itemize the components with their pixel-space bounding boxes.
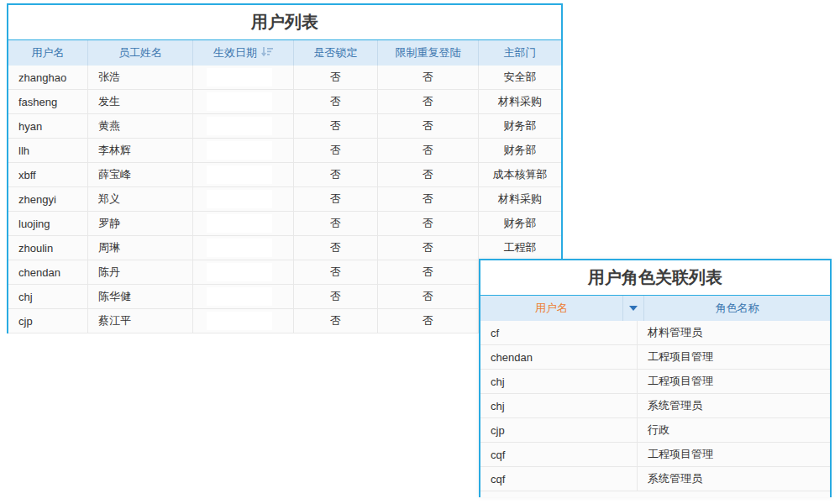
cell-department: 财务部 xyxy=(479,212,561,235)
table-row[interactable]: chendan 工程项目管理 xyxy=(480,345,830,370)
role-name-value: 材料管理员 xyxy=(648,325,702,340)
cell-username: cjp xyxy=(8,309,88,333)
employee-name-value: 陈华健 xyxy=(98,289,131,304)
locked-value: 否 xyxy=(330,192,341,207)
effective-date-input[interactable] xyxy=(207,214,272,233)
cell-locked: 否 xyxy=(294,187,378,211)
cell-employee-name: 郑义 xyxy=(88,187,193,211)
effective-date-input[interactable] xyxy=(207,165,272,184)
restrict-login-value: 否 xyxy=(423,216,433,231)
column-header-department[interactable]: 主部门 xyxy=(479,40,561,66)
table-row[interactable]: cqf 工程项目管理 xyxy=(480,443,830,467)
cell-effective-date xyxy=(193,236,294,260)
effective-date-input[interactable] xyxy=(207,263,272,281)
cell-username: xbff xyxy=(8,163,88,186)
role-name-value: 系统管理员 xyxy=(648,471,702,486)
table-row[interactable]: llh 李林辉 否 否 财务部 xyxy=(8,139,561,163)
column-header-username[interactable]: 用户名 xyxy=(8,40,88,66)
column-header-role-name[interactable]: 角色名称 xyxy=(644,296,830,321)
table-row[interactable]: chj 工程项目管理 xyxy=(480,370,830,394)
cell-effective-date xyxy=(193,139,294,162)
cell-restrict-login: 否 xyxy=(378,90,479,113)
employee-name-value: 张浩 xyxy=(98,70,120,85)
user-role-table: 用户角色关联列表 用户名 角色名称 cf 材料管理员 chendan xyxy=(479,259,832,497)
locked-value: 否 xyxy=(330,240,341,255)
column-header-employee-name[interactable]: 员工姓名 xyxy=(88,40,193,66)
username-value: zhengyi xyxy=(18,193,56,206)
cell-employee-name: 罗静 xyxy=(88,212,193,235)
table-row[interactable]: xbff 薛宝峰 否 否 成本核算部 xyxy=(8,163,561,187)
table-row[interactable]: cjp 行政 xyxy=(480,418,830,443)
cell-department: 工程部 xyxy=(479,236,561,260)
column-header-restrict-login[interactable]: 限制重复登陆 xyxy=(378,40,479,66)
restrict-login-value: 否 xyxy=(423,265,433,280)
cell-restrict-login: 否 xyxy=(378,285,479,308)
effective-date-input[interactable] xyxy=(207,287,272,306)
user-role-header-row: 用户名 角色名称 xyxy=(480,296,830,321)
table-row[interactable]: fasheng 发生 否 否 材料采购 xyxy=(8,90,561,114)
cell-employee-name: 薛宝峰 xyxy=(88,163,193,186)
cell-effective-date xyxy=(193,212,294,235)
cell-restrict-login: 否 xyxy=(378,139,479,162)
cell-username: fasheng xyxy=(8,90,88,113)
column-header-role-name-label: 角色名称 xyxy=(716,301,759,316)
employee-name-value: 李林辉 xyxy=(98,143,131,158)
effective-date-input[interactable] xyxy=(207,190,272,208)
cell-restrict-login: 否 xyxy=(378,212,479,235)
employee-name-value: 发生 xyxy=(98,94,120,109)
column-header-locked-label: 是否锁定 xyxy=(314,45,358,60)
restrict-login-value: 否 xyxy=(423,167,433,182)
column-header-effective-date-label: 生效日期 xyxy=(213,45,257,60)
department-value: 成本核算部 xyxy=(493,167,548,182)
cell-role-username: cf xyxy=(480,321,638,344)
column-header-locked[interactable]: 是否锁定 xyxy=(294,40,378,66)
cell-employee-name: 李林辉 xyxy=(88,139,193,162)
effective-date-input[interactable] xyxy=(207,117,272,135)
effective-date-input[interactable] xyxy=(207,68,272,87)
cell-username: luojing xyxy=(8,212,88,235)
cell-employee-name: 周琳 xyxy=(88,236,193,260)
username-value: chj xyxy=(18,291,33,303)
table-row[interactable]: hyan 黄燕 否 否 财务部 xyxy=(8,114,561,139)
table-row[interactable]: luojing 罗静 否 否 财务部 xyxy=(8,212,561,236)
effective-date-input[interactable] xyxy=(207,141,272,160)
table-row[interactable]: zhoulin 周琳 否 否 工程部 xyxy=(8,236,561,260)
username-value: cjp xyxy=(18,315,33,328)
cell-employee-name: 陈华健 xyxy=(88,285,193,308)
role-name-value: 系统管理员 xyxy=(648,398,702,413)
role-name-value: 工程项目管理 xyxy=(648,349,713,365)
cell-locked: 否 xyxy=(294,114,378,138)
column-header-role-username[interactable]: 用户名 xyxy=(480,296,623,321)
table-row[interactable]: zhengyi 郑义 否 否 材料采购 xyxy=(8,187,561,212)
username-value: zhanghao xyxy=(18,71,66,84)
username-filter-dropdown[interactable] xyxy=(623,296,644,321)
role-username-value: chj xyxy=(491,375,505,388)
table-row[interactable]: cf 材料管理员 xyxy=(480,321,830,345)
department-value: 财务部 xyxy=(504,118,537,134)
cell-role-username: chj xyxy=(480,394,638,417)
cell-role-username: cqf xyxy=(480,467,638,491)
username-value: fasheng xyxy=(18,96,57,108)
cell-effective-date xyxy=(193,90,294,113)
cell-department: 财务部 xyxy=(479,139,561,162)
user-role-body: cf 材料管理员 chendan 工程项目管理 chj 工程项目管理 chj 系… xyxy=(480,321,830,497)
cell-restrict-login: 否 xyxy=(378,66,479,89)
username-value: chendan xyxy=(18,266,60,279)
restrict-login-value: 否 xyxy=(423,240,433,255)
table-row[interactable]: chj 系统管理员 xyxy=(480,394,830,418)
effective-date-input[interactable] xyxy=(207,239,272,257)
restrict-login-value: 否 xyxy=(423,192,433,207)
department-value: 材料采购 xyxy=(498,192,542,207)
table-row[interactable]: zhanghao 张浩 否 否 安全部 xyxy=(8,66,561,90)
column-header-effective-date[interactable]: 生效日期 xyxy=(193,40,294,66)
cell-department: 财务部 xyxy=(479,114,561,138)
cell-locked: 否 xyxy=(294,163,378,186)
table-row[interactable]: cqf 系统管理员 xyxy=(480,467,830,491)
sort-descending-icon xyxy=(261,46,273,60)
cell-employee-name: 黄燕 xyxy=(88,114,193,138)
effective-date-input[interactable] xyxy=(207,312,272,330)
cell-employee-name: 发生 xyxy=(88,90,193,113)
locked-value: 否 xyxy=(330,216,341,231)
role-username-value: cqf xyxy=(491,473,505,486)
effective-date-input[interactable] xyxy=(207,92,272,111)
